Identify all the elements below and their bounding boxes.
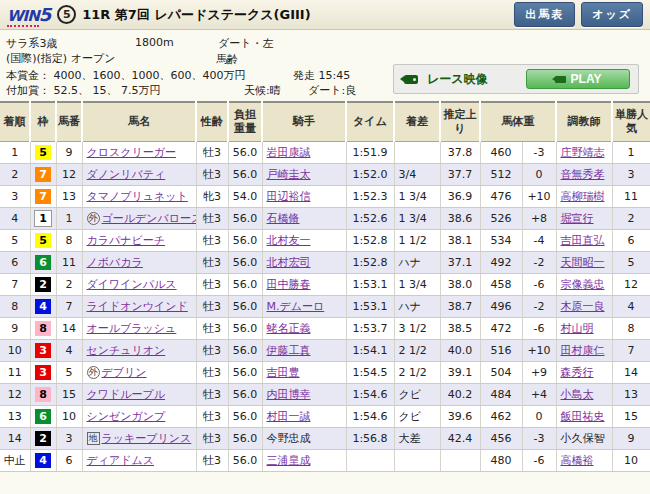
jockey-cell: 蛯名正義	[262, 318, 346, 340]
jockey-link[interactable]: 田辺裕信	[267, 190, 311, 203]
trainer-link[interactable]: 庄野靖志	[561, 146, 605, 159]
trainer-cell: 小島太	[556, 384, 612, 406]
horse-name-link[interactable]: カラパナビーチ	[87, 234, 166, 247]
horse-number: 2	[56, 274, 82, 296]
trainer-link[interactable]: 森秀行	[561, 366, 594, 379]
last-3f-time: 37.1	[440, 252, 480, 274]
horse-number: 14	[56, 318, 82, 340]
last-3f-time: 40.0	[440, 340, 480, 362]
results-table: 着順 枠 馬番 馬名 性齢 負担重量 騎手 タイム 着差 推定上り 馬体重 調教…	[0, 101, 650, 472]
body-weight-diff: 0	[522, 164, 556, 186]
frame-number-badge: 2	[35, 277, 51, 292]
trainer-link[interactable]: 木原一良	[561, 300, 605, 313]
win-popularity: 11	[612, 186, 650, 208]
body-weight-diff: -6	[522, 318, 556, 340]
jockey-link[interactable]: 蛯名正義	[267, 322, 311, 335]
horse-number: 8	[56, 230, 82, 252]
finish-position: 10	[0, 340, 30, 362]
table-row: 中止46ディアドムス牡356.0三浦皇成480-6高橋裕10	[0, 450, 650, 472]
finish-position: 13	[0, 406, 30, 428]
trainer-link[interactable]: 村山明	[561, 322, 594, 335]
win-popularity: 9	[612, 428, 650, 450]
finish-time: 1:52.8	[346, 230, 394, 252]
margin: 1 3/4	[394, 186, 440, 208]
finish-time: 1:51.9	[346, 142, 394, 164]
horse-number: 15	[56, 384, 82, 406]
jockey-link[interactable]: M.デムーロ	[267, 300, 325, 313]
table-row: 847ライドオンウインド牡356.0M.デムーロ1:53.1ハナ38.7496-…	[0, 296, 650, 318]
win-popularity: 5	[612, 252, 650, 274]
jockey-link[interactable]: 北村友一	[267, 234, 311, 247]
jockey-link[interactable]: 伊藤工真	[267, 344, 311, 357]
frame-number-badge: 5	[35, 145, 51, 160]
odds-button[interactable]: オッズ	[581, 2, 643, 27]
horse-name-link[interactable]: シンゼンガンプ	[87, 410, 166, 423]
jockey-link[interactable]: 石橋脩	[267, 212, 300, 225]
jockey-link[interactable]: 田中勝春	[267, 278, 311, 291]
margin: 1 3/4	[394, 208, 440, 230]
body-weight-diff: +8	[522, 208, 556, 230]
finish-position: 4	[0, 208, 30, 230]
horse-name-cell: オールブラッシュ	[82, 318, 196, 340]
entries-button[interactable]: 出馬表	[514, 2, 575, 27]
race-going: ダート:良	[308, 83, 356, 98]
horse-number: 4	[56, 340, 82, 362]
sex-age: 牝3	[196, 186, 228, 208]
margin: 1 3/4	[394, 274, 440, 296]
horse-name-link[interactable]: ダノンリバティ	[87, 168, 166, 181]
col-header-number: 馬番	[56, 102, 82, 142]
jockey-cell: 北村宏司	[262, 252, 346, 274]
trainer-link[interactable]: 宗像義忠	[561, 278, 605, 291]
finish-position: 6	[0, 252, 30, 274]
horse-name-link[interactable]: ライドオンウインド	[87, 300, 188, 313]
trainer-cell: 堀宣行	[556, 208, 612, 230]
horse-name-link[interactable]: タマノブリュネット	[87, 190, 188, 203]
horse-name-link[interactable]: ラッキープリンス	[102, 432, 192, 445]
jockey-link[interactable]: 三浦皇成	[267, 454, 311, 467]
sex-age: 牡3	[196, 406, 228, 428]
trainer-link[interactable]: 高柳瑞樹	[561, 190, 605, 203]
horse-name-link[interactable]: ノボバカラ	[87, 256, 143, 269]
jockey-link[interactable]: 戸崎圭太	[267, 168, 311, 181]
trainer-cell: 音無秀孝	[556, 164, 612, 186]
jockey-link[interactable]: 内田博幸	[267, 388, 311, 401]
horse-name-link[interactable]: オールブラッシュ	[87, 322, 177, 335]
win5-logo-text: WIN	[7, 7, 39, 27]
last-3f-time: 37.8	[440, 142, 480, 164]
play-button-label: PLAY	[571, 72, 602, 86]
sex-age: 牡3	[196, 142, 228, 164]
last-3f-time: 42.4	[440, 428, 480, 450]
horse-name-link[interactable]: ディアドムス	[87, 454, 155, 467]
body-weight-diff: -6	[522, 274, 556, 296]
horse-name-link[interactable]: クワドループル	[87, 388, 166, 401]
last-3f-time: 39.1	[440, 362, 480, 384]
jockey-link[interactable]: 吉田豊	[267, 366, 300, 379]
trainer-link[interactable]: 音無秀孝	[561, 168, 605, 181]
jockey-link[interactable]: 岩田康誠	[267, 146, 311, 159]
frame-cell: 2	[30, 428, 56, 450]
jockey-cell: 田中勝春	[262, 274, 346, 296]
table-row: 722ダイワインパルス牡356.0田中勝春1:53.11 3/438.0458-…	[0, 274, 650, 296]
horse-name-link[interactable]: デブリン	[102, 366, 147, 379]
trainer-link[interactable]: 小島太	[561, 388, 594, 401]
race-class: サラ系3歳	[6, 36, 58, 51]
trainer-link[interactable]: 高橋裕	[561, 454, 594, 467]
race-track: ダート・左	[218, 36, 274, 51]
jockey-link[interactable]: 北村宏司	[267, 256, 311, 269]
frame-cell: 4	[30, 450, 56, 472]
trainer-link[interactable]: 吉田直弘	[561, 234, 605, 247]
last-3f-time: 39.6	[440, 406, 480, 428]
horse-name-link[interactable]: ゴールデンバローズ	[102, 212, 197, 225]
horse-name-link[interactable]: センチュリオン	[87, 344, 166, 357]
horse-name-link[interactable]: ダイワインパルス	[87, 278, 177, 291]
trainer-link[interactable]: 堀宣行	[561, 212, 594, 225]
trainer-link[interactable]: 飯田祐史	[561, 410, 605, 423]
horse-name-cell: ディアドムス	[82, 450, 196, 472]
jockey-link[interactable]: 村田一誠	[267, 410, 311, 423]
horse-name-link[interactable]: クロスクリーガー	[87, 146, 177, 159]
trainer-link[interactable]: 田村康仁	[561, 344, 605, 357]
frame-number-badge: 3	[35, 343, 51, 358]
sex-age: 牡3	[196, 428, 228, 450]
play-button[interactable]: PLAY	[526, 69, 630, 89]
trainer-link[interactable]: 天間昭一	[561, 256, 605, 269]
